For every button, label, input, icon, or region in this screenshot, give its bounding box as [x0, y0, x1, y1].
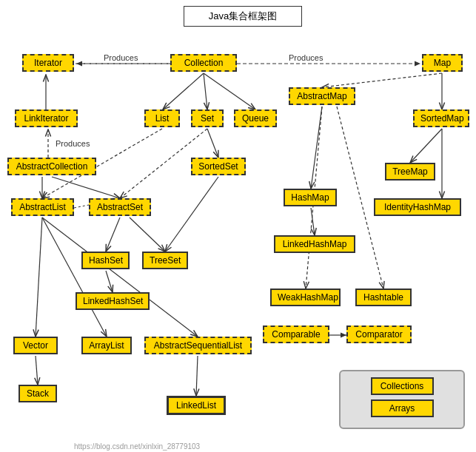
- svg-line-30: [36, 217, 42, 337]
- svg-line-12: [322, 73, 442, 87]
- node-collections: Collections: [371, 377, 434, 395]
- diagram: Produces Produces Produces: [0, 0, 476, 452]
- node-collection: Collection: [170, 54, 237, 72]
- node-sortedset: SortedSet: [191, 158, 246, 175]
- svg-text:Produces: Produces: [104, 53, 138, 62]
- svg-line-32: [36, 356, 38, 385]
- node-arrays: Arrays: [371, 399, 434, 417]
- svg-line-16: [207, 129, 218, 158]
- node-stack: Stack: [19, 385, 57, 402]
- node-linkedhashmap: LinkedHashMap: [274, 235, 355, 253]
- node-linkedlist: LinkedList: [167, 396, 226, 415]
- node-list: List: [144, 109, 180, 127]
- node-abstractset: AbstractSet: [89, 198, 151, 216]
- node-linkiterator: LinkIterator: [15, 109, 78, 127]
- svg-line-33: [196, 356, 198, 396]
- node-hashset: HashSet: [81, 252, 130, 269]
- node-abstractmap: AbstractMap: [289, 87, 355, 105]
- svg-line-19: [311, 107, 322, 189]
- node-abstractlist: AbstractList: [11, 198, 74, 216]
- svg-line-28: [106, 271, 113, 292]
- watermark: https://blog.csdn.net/xinlxin_28779103: [74, 442, 200, 451]
- node-arraylist: ArrayList: [81, 337, 132, 354]
- svg-line-10: [204, 73, 207, 109]
- node-queue: Queue: [234, 109, 277, 127]
- svg-text:Produces: Produces: [56, 139, 90, 148]
- node-treemap: TreeMap: [385, 163, 435, 181]
- svg-line-31: [42, 217, 198, 337]
- svg-text:Produces: Produces: [289, 53, 324, 62]
- node-map: Map: [422, 54, 463, 72]
- svg-line-11: [204, 73, 255, 109]
- svg-line-20: [410, 129, 442, 163]
- node-comparable: Comparable: [263, 325, 329, 343]
- node-treeset: TreeSet: [142, 252, 188, 269]
- node-abstractcollection: AbstractCollection: [7, 158, 96, 175]
- node-hashtable: Hashtable: [355, 289, 412, 306]
- svg-line-27: [130, 217, 165, 252]
- node-set: Set: [191, 109, 224, 127]
- node-sortedmap: SortedMap: [413, 109, 469, 127]
- node-vector: Vector: [13, 337, 58, 354]
- svg-line-22: [311, 208, 315, 235]
- svg-line-29: [42, 217, 107, 337]
- node-weakhashmap: WeakHashMap: [270, 289, 341, 306]
- svg-line-25: [165, 177, 218, 252]
- svg-line-9: [163, 73, 204, 109]
- title-text: Java集合框架图: [209, 10, 277, 21]
- node-identityhashmap: IdentityHashMap: [374, 198, 461, 216]
- svg-line-26: [106, 217, 120, 252]
- node-iterator: Iterator: [22, 54, 74, 72]
- legend-box: Collections Arrays: [339, 370, 465, 429]
- svg-line-15: [52, 177, 120, 198]
- node-abstractsequentiallist: AbstractSequentialList: [144, 337, 252, 354]
- node-comparator: Comparator: [346, 325, 412, 343]
- title-box: Java集合框架图: [184, 6, 302, 27]
- node-linkedhashset: LinkedHashSet: [76, 292, 150, 310]
- node-hashmap: HashMap: [284, 189, 337, 206]
- svg-line-24: [337, 107, 383, 289]
